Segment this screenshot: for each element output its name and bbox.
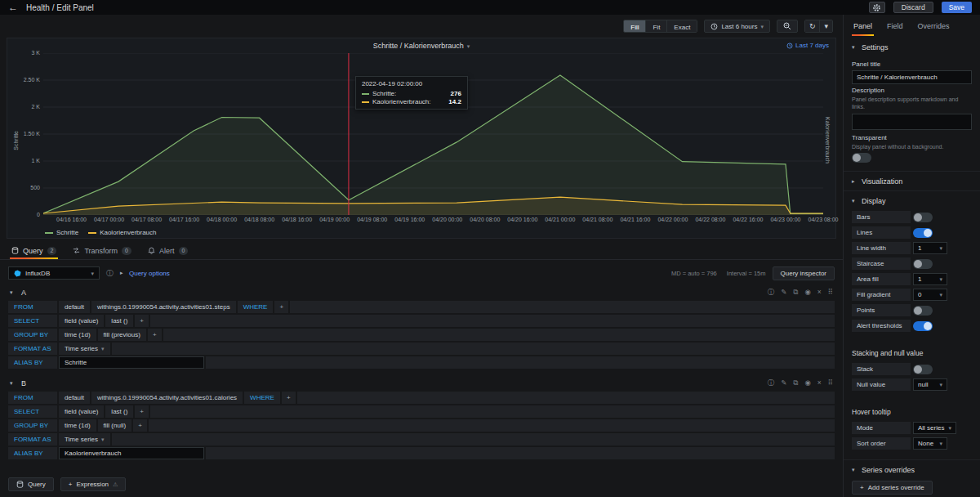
datasource-help-icon[interactable]: ⓘ bbox=[106, 270, 114, 277]
refresh-interval-caret-icon[interactable]: ▾ bbox=[819, 20, 832, 32]
lines-toggle[interactable] bbox=[913, 228, 933, 238]
query-segment[interactable]: field (value) bbox=[59, 405, 104, 418]
add-segment-button[interactable]: + bbox=[148, 329, 162, 341]
section-settings[interactable]: ▾ Settings bbox=[844, 38, 980, 57]
alias-by-input[interactable] bbox=[59, 356, 204, 369]
query-row: GROUP BYtime (1d)fill (previous)+ bbox=[8, 329, 835, 341]
format-as-select[interactable]: Time series▾ bbox=[59, 343, 110, 355]
query-segment[interactable]: default bbox=[59, 392, 90, 404]
x-tick-label: 04/18 08:00 bbox=[244, 217, 274, 222]
sidebar-tab-overrides[interactable]: Overrides bbox=[916, 15, 951, 38]
datasource-picker[interactable]: InfluxDB ▾ bbox=[8, 266, 100, 280]
mode-select[interactable]: All series▾ bbox=[913, 422, 956, 434]
panel-menu-caret-icon[interactable]: ▾ bbox=[467, 43, 470, 49]
tab-query[interactable]: Query2 bbox=[10, 242, 58, 259]
edit-icon[interactable]: ✎ bbox=[781, 289, 786, 296]
bars-toggle[interactable] bbox=[913, 213, 933, 222]
alert-thresholds-toggle[interactable] bbox=[913, 321, 933, 331]
legend-item[interactable]: Schritte bbox=[45, 229, 78, 236]
staircase-toggle[interactable] bbox=[913, 259, 933, 269]
alias-by-input[interactable] bbox=[59, 447, 204, 459]
duplicate-icon[interactable]: ⧉ bbox=[793, 379, 798, 387]
query-help-icon[interactable]: ⓘ bbox=[768, 379, 775, 387]
query-segment[interactable]: time (1d) bbox=[59, 329, 96, 341]
panel-header[interactable]: Schritte / Kalorienverbrauch ▾ Last 7 da… bbox=[7, 38, 835, 53]
disable-query-icon[interactable]: ◉ bbox=[804, 289, 810, 296]
fit-option-fill[interactable]: Fill bbox=[624, 20, 646, 33]
query-row-filler bbox=[297, 392, 835, 404]
time-range-picker[interactable]: Last 6 hours ▾ bbox=[704, 20, 770, 33]
query-segment[interactable]: default bbox=[59, 301, 90, 313]
format-as-select[interactable]: Time series▾ bbox=[59, 433, 110, 446]
add-segment-button[interactable]: + bbox=[135, 315, 149, 327]
gear-icon bbox=[872, 3, 881, 12]
disable-query-icon[interactable]: ◉ bbox=[804, 379, 810, 387]
section-display[interactable]: ▾ Display bbox=[844, 190, 980, 210]
dashboard-settings-gear-icon[interactable] bbox=[869, 2, 885, 13]
chart-plot-area[interactable]: 2022-04-19 02:00:00 Schritte: 276 Kaolor… bbox=[43, 53, 823, 215]
max-data-points-stat: MD = auto = 796 bbox=[671, 270, 717, 277]
add-segment-button[interactable]: + bbox=[282, 392, 296, 404]
panel-title-input[interactable] bbox=[852, 70, 972, 84]
fill-gradient-select[interactable]: 0▾ bbox=[913, 289, 947, 301]
drag-handle-icon[interactable]: ⠿ bbox=[828, 289, 833, 296]
add-series-override-button[interactable]: + Add series override bbox=[852, 481, 933, 495]
add-segment-button[interactable]: + bbox=[133, 419, 147, 432]
query-options-toggle[interactable]: ▸ Query options bbox=[120, 270, 170, 277]
description-textarea[interactable] bbox=[852, 114, 972, 130]
drag-handle-icon[interactable]: ⠿ bbox=[828, 379, 833, 387]
query-segment[interactable]: time (1d) bbox=[59, 419, 96, 432]
clock-icon bbox=[710, 23, 718, 30]
panel-title[interactable]: Schritte / Kalorienverbrauch bbox=[373, 42, 464, 50]
query-segment[interactable]: last () bbox=[105, 405, 133, 418]
remove-query-icon[interactable]: × bbox=[817, 289, 822, 296]
add-segment-button[interactable]: + bbox=[274, 301, 288, 313]
add-query-button[interactable]: Query bbox=[8, 477, 54, 491]
plot-column: 2022-04-19 02:00:00 Schritte: 276 Kaolor… bbox=[43, 53, 823, 227]
tab-transform[interactable]: Transform0 bbox=[71, 242, 133, 259]
sort-order-select[interactable]: None▾ bbox=[913, 437, 947, 450]
chevron-down-icon[interactable]: ▾ bbox=[10, 289, 16, 296]
refresh-icon[interactable]: ↻ bbox=[805, 20, 820, 32]
duplicate-icon[interactable]: ⧉ bbox=[793, 289, 798, 296]
query-inspector-button[interactable]: Query inspector bbox=[773, 266, 835, 280]
query-segment[interactable]: last () bbox=[105, 315, 133, 327]
transparent-toggle[interactable] bbox=[852, 153, 871, 163]
section-visualization[interactable]: ▸ Visualization bbox=[844, 171, 980, 190]
tab-alert[interactable]: Alert0 bbox=[146, 242, 189, 259]
query-segment[interactable]: field (value) bbox=[59, 315, 104, 327]
chevron-down-icon: ▾ bbox=[939, 441, 942, 446]
area-fill-select[interactable]: 1▾ bbox=[913, 273, 947, 285]
back-arrow-icon[interactable]: ← bbox=[8, 2, 18, 12]
save-button[interactable]: Save bbox=[942, 2, 972, 13]
panel-time-range-badge[interactable]: Last 7 days bbox=[786, 42, 829, 49]
legend-item[interactable]: Kaolorienverbrauch bbox=[88, 229, 156, 236]
null-value-select[interactable]: null▾ bbox=[913, 378, 947, 391]
sidebar-tab-field[interactable]: Field bbox=[885, 15, 905, 38]
fit-option-exact[interactable]: Exact bbox=[667, 20, 697, 33]
stack-toggle[interactable] bbox=[913, 365, 933, 374]
query-segment[interactable]: withings.0.19990054.activity.activities0… bbox=[91, 301, 236, 313]
remove-query-icon[interactable]: × bbox=[817, 379, 822, 387]
fit-option-fit[interactable]: Fit bbox=[646, 20, 667, 33]
chevron-down-icon[interactable]: ▾ bbox=[10, 380, 16, 387]
query-segment[interactable]: fill (null) bbox=[98, 419, 132, 432]
points-toggle[interactable] bbox=[913, 306, 933, 316]
section-title: Settings bbox=[862, 43, 889, 51]
query-help-icon[interactable]: ⓘ bbox=[768, 289, 775, 296]
add-segment-button[interactable]: + bbox=[135, 405, 149, 418]
sidebar-options-scroll[interactable]: ▾ Settings Panel title Description Panel… bbox=[844, 38, 980, 497]
sidebar-tab-panel[interactable]: Panel bbox=[852, 15, 874, 38]
query-segment[interactable]: withings.0.19990054.activity.activities0… bbox=[91, 392, 243, 404]
edit-icon[interactable]: ✎ bbox=[781, 379, 786, 387]
zoom-out-time-button[interactable] bbox=[777, 20, 798, 33]
add-expression-button[interactable]: + Expression ⚠ bbox=[60, 477, 127, 491]
discard-button[interactable]: Discard bbox=[893, 2, 933, 13]
line-width-select[interactable]: 1▾ bbox=[913, 242, 947, 254]
query-keyword[interactable]: WHERE bbox=[244, 392, 280, 404]
query-segment[interactable]: fill (previous) bbox=[98, 329, 146, 341]
query-keyword[interactable]: WHERE bbox=[238, 301, 274, 313]
section-series-overrides[interactable]: ▾ Series overrides bbox=[844, 459, 980, 479]
x-tick-label: 04/21 00:00 bbox=[545, 217, 575, 222]
query-part-label: FROM bbox=[8, 301, 57, 313]
